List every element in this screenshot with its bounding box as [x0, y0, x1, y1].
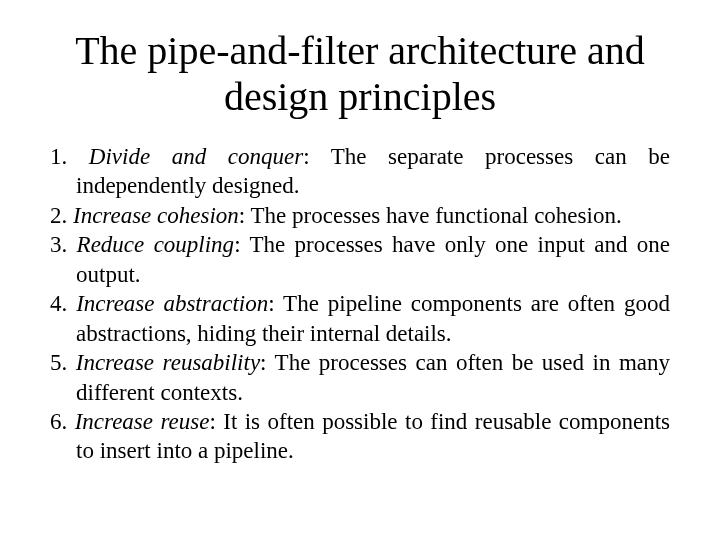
item-number: 4. — [50, 291, 67, 316]
item-principle: Increase cohesion — [73, 203, 239, 228]
list-item: 1. Divide and conquer: The separate proc… — [50, 142, 670, 201]
item-principle: Increase reusability — [76, 350, 260, 375]
list-item: 2. Increase cohesion: The processes have… — [50, 201, 670, 230]
item-principle: Increase reuse — [75, 409, 210, 434]
item-number: 5. — [50, 350, 67, 375]
list-item: 5. Increase reusability: The processes c… — [50, 348, 670, 407]
slide: The pipe-and-filter architecture and des… — [0, 0, 720, 540]
item-number: 2. — [50, 203, 67, 228]
list-item: 3. Reduce coupling: The processes have o… — [50, 230, 670, 289]
item-principle: Divide and conquer — [89, 144, 303, 169]
item-principle: Increase abstraction — [76, 291, 268, 316]
item-description: : The processes have functional cohesion… — [239, 203, 622, 228]
item-number: 6. — [50, 409, 67, 434]
list-item: 6. Increase reuse: It is often possible … — [50, 407, 670, 466]
item-number: 1. — [50, 144, 67, 169]
slide-title: The pipe-and-filter architecture and des… — [50, 28, 670, 120]
item-number: 3. — [50, 232, 67, 257]
list-item: 4. Increase abstraction: The pipeline co… — [50, 289, 670, 348]
item-principle: Reduce coupling — [77, 232, 235, 257]
principles-list: 1. Divide and conquer: The separate proc… — [50, 142, 670, 466]
